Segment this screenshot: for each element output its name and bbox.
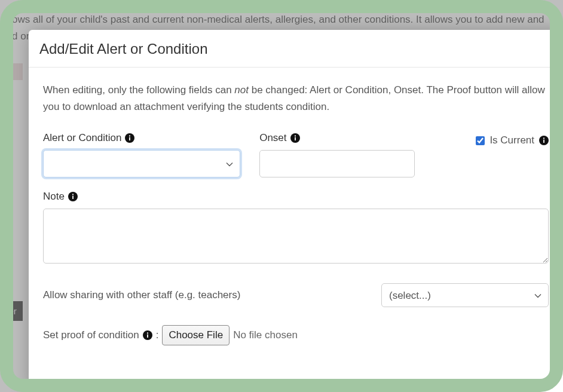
- alert-condition-select[interactable]: [43, 150, 240, 177]
- info-icon[interactable]: [143, 330, 152, 340]
- info-icon[interactable]: [125, 133, 134, 143]
- is-current-field: Is Current: [476, 132, 549, 177]
- alert-condition-label: Alert or Condition: [43, 132, 245, 144]
- proof-label: Set proof of condition :: [43, 329, 158, 341]
- note-field: Note: [43, 191, 549, 267]
- svg-rect-7: [543, 140, 544, 143]
- proof-row: Set proof of condition : Choose File No …: [43, 325, 549, 345]
- onset-input[interactable]: [259, 150, 415, 177]
- svg-rect-1: [129, 137, 130, 140]
- no-file-chosen-text: No file chosen: [233, 329, 298, 341]
- onset-field: Onset: [259, 132, 461, 177]
- form-row-main: Alert or Condition Onset: [43, 132, 549, 177]
- svg-point-11: [72, 194, 74, 195]
- alert-condition-field: Alert or Condition: [43, 132, 245, 177]
- alert-condition-modal: Add/Edit Alert or Condition When editing…: [29, 30, 563, 392]
- modal-header: Add/Edit Alert or Condition: [29, 30, 563, 68]
- onset-label: Onset: [259, 132, 461, 144]
- intro-text: When editing, only the following fields …: [43, 82, 549, 115]
- share-label: Allow sharing with other staff (e.g. tea…: [43, 289, 240, 301]
- svg-point-2: [129, 135, 130, 136]
- svg-rect-13: [147, 335, 148, 338]
- svg-point-14: [147, 332, 148, 333]
- note-label: Note: [43, 191, 549, 203]
- svg-rect-4: [295, 137, 296, 140]
- modal-body: When editing, only the following fields …: [29, 68, 563, 357]
- is-current-checkbox[interactable]: [476, 136, 485, 145]
- svg-point-5: [294, 135, 295, 136]
- info-icon[interactable]: [290, 133, 300, 143]
- note-textarea[interactable]: [43, 209, 549, 264]
- svg-rect-10: [72, 196, 74, 199]
- svg-point-8: [543, 137, 544, 139]
- modal-title: Add/Edit Alert or Condition: [39, 41, 552, 57]
- info-icon[interactable]: [68, 192, 78, 201]
- share-select[interactable]: (select...): [381, 283, 549, 307]
- is-current-label: Is Current: [489, 134, 534, 146]
- info-icon[interactable]: [539, 136, 549, 145]
- choose-file-button[interactable]: Choose File: [162, 325, 230, 345]
- share-row: Allow sharing with other staff (e.g. tea…: [43, 283, 549, 307]
